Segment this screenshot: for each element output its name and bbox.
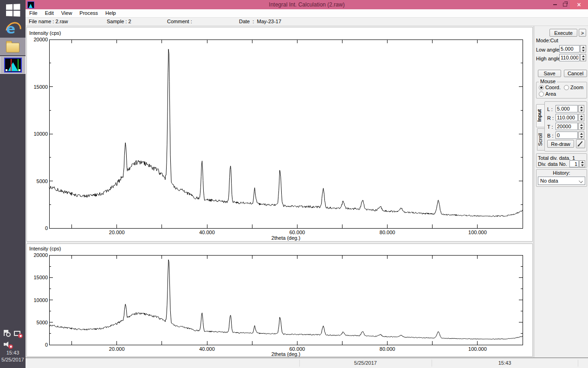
info-file-name: File name : 2.raw	[29, 19, 68, 24]
total-div-label: Total div. data.	[538, 155, 570, 161]
low-angle-input[interactable]	[559, 45, 580, 53]
status-time: 15:43	[432, 360, 578, 366]
xrd-plot-main[interactable]: 20.00040.00060.00080.000100.000050001000…	[27, 27, 533, 242]
svg-text:0: 0	[45, 225, 48, 231]
pick-tool-button[interactable]	[576, 139, 585, 148]
menu-file[interactable]: File	[26, 9, 41, 17]
window-title: Integral Int. Calculation (2.raw)	[26, 0, 588, 9]
svg-text:10000: 10000	[33, 131, 48, 137]
restore-button[interactable]	[560, 0, 570, 9]
mouse-radio-zoom[interactable]: Zoom	[564, 85, 583, 90]
history-label: History:	[536, 170, 587, 176]
div-no-label: Div. data No.	[538, 161, 567, 167]
minimize-button[interactable]	[550, 0, 560, 9]
field-t-label: T :	[547, 124, 553, 130]
field-l-input[interactable]	[556, 105, 578, 112]
field-b-input[interactable]	[556, 131, 578, 139]
svg-text:20000: 20000	[33, 252, 48, 258]
chart-panel-main[interactable]: 20.00040.00060.00080.000100.000050001000…	[26, 27, 533, 242]
menu-bar: File Edit View Process Help	[26, 9, 588, 18]
radio-icon	[539, 85, 544, 90]
y-axis-title-main: Intensity (cps)	[29, 30, 61, 36]
taskbar-clock-time[interactable]: 15:43	[0, 350, 26, 355]
x-axis-title-main: 2theta (deg.)	[49, 235, 523, 241]
svg-text:100.000: 100.000	[468, 230, 487, 235]
pen-icon	[579, 141, 583, 146]
status-bar: 5/25/2017 15:43	[26, 357, 588, 368]
chart-panel-overview[interactable]: 20.00040.00060.00080.000100.000050001000…	[26, 243, 533, 357]
info-comment: Comment :	[167, 19, 192, 24]
taskbar-clock-date[interactable]: 5/25/2017	[0, 357, 26, 362]
status-date: 5/25/2017	[299, 360, 432, 366]
network-disconnected-icon[interactable]	[13, 330, 21, 337]
field-r-input[interactable]	[556, 114, 578, 121]
start-button[interactable]	[0, 1, 26, 20]
mouse-radio-coord[interactable]: Coord.	[539, 85, 561, 90]
field-b-spinner[interactable]	[578, 131, 584, 139]
close-button[interactable]: ×	[570, 0, 588, 9]
low-angle-spinner[interactable]	[580, 45, 586, 53]
svg-text:15000: 15000	[33, 84, 48, 90]
svg-text:5000: 5000	[37, 320, 48, 325]
tab-input[interactable]: Input	[536, 104, 545, 127]
svg-text:15000: 15000	[33, 275, 48, 280]
restore-icon	[563, 3, 567, 7]
app-window: Integral Int. Calculation (2.raw) × File…	[26, 0, 588, 368]
mouse-group-label: Mouse	[539, 79, 557, 84]
svg-text:10000: 10000	[33, 297, 48, 303]
radio-icon	[539, 92, 544, 97]
high-angle-spinner[interactable]	[580, 54, 586, 61]
svg-text:20000: 20000	[33, 37, 48, 42]
redraw-button[interactable]: Re-draw	[547, 140, 574, 148]
field-r-spinner[interactable]	[578, 114, 584, 121]
mouse-radio-area[interactable]: Area	[539, 91, 556, 97]
field-t-input[interactable]	[556, 123, 578, 130]
svg-text:40.000: 40.000	[199, 230, 215, 235]
svg-text:5000: 5000	[37, 178, 48, 184]
field-t-spinner[interactable]	[578, 123, 584, 130]
field-b-label: B :	[547, 133, 553, 138]
div-no-input[interactable]	[569, 160, 579, 167]
taskbar-item-file-explorer[interactable]	[0, 38, 26, 55]
field-l-label: L :	[547, 106, 553, 112]
taskbar-item-internet-explorer[interactable]: e	[0, 20, 26, 37]
client-area: 20.00040.00060.00080.000100.000050001000…	[26, 26, 588, 357]
windows-logo-icon	[6, 4, 20, 16]
field-l-spinner[interactable]	[578, 105, 584, 112]
cancel-button[interactable]: Cancel	[564, 70, 587, 77]
svg-text:0: 0	[45, 342, 48, 348]
tab-scroll[interactable]: Scroll	[537, 128, 545, 151]
minimize-icon	[553, 4, 557, 5]
mode-label: Mode:Cut	[536, 38, 558, 43]
taskbar-item-xrd-app[interactable]	[0, 56, 26, 74]
div-no-spinner[interactable]	[579, 160, 585, 167]
y-axis-title-overview: Intensity (cps)	[29, 246, 61, 251]
internet-explorer-icon: e	[5, 21, 21, 36]
x-axis-title-overview: 2theta (deg.)	[49, 351, 523, 357]
action-center-icon[interactable]	[3, 330, 11, 337]
window-titlebar[interactable]: Integral Int. Calculation (2.raw) ×	[26, 0, 588, 9]
save-button[interactable]: Save	[538, 70, 561, 77]
menu-edit[interactable]: Edit	[41, 9, 58, 17]
menu-process[interactable]: Process	[76, 9, 102, 17]
execute-button[interactable]: Execute	[549, 29, 577, 37]
history-dropdown[interactable]: No data	[538, 177, 585, 185]
menu-help[interactable]: Help	[102, 9, 120, 17]
taskbar: e 15:43 5/25/2017	[0, 0, 26, 368]
folder-icon	[6, 43, 19, 53]
xrd-plot-overview[interactable]: 20.00040.00060.00080.000100.000050001000…	[27, 244, 533, 357]
low-angle-label: Low angle:	[536, 47, 561, 53]
svg-text:80.000: 80.000	[380, 230, 395, 235]
chevron-down-icon	[579, 179, 583, 183]
field-r-label: R :	[547, 115, 554, 121]
info-sample: Sample : 2	[107, 19, 131, 24]
svg-text:20.000: 20.000	[109, 230, 125, 235]
high-angle-label: High angle:	[536, 56, 562, 61]
high-angle-input[interactable]	[559, 54, 580, 61]
execute-more-button[interactable]: >	[579, 29, 586, 37]
menu-view[interactable]: View	[58, 9, 76, 17]
volume-muted-icon[interactable]	[4, 341, 12, 348]
history-value: No data	[540, 178, 558, 184]
file-info-bar: File name : 2.raw Sample : 2 Comment : D…	[26, 18, 588, 26]
control-panel: Execute > Mode:Cut Low angle: High angle…	[534, 26, 588, 357]
